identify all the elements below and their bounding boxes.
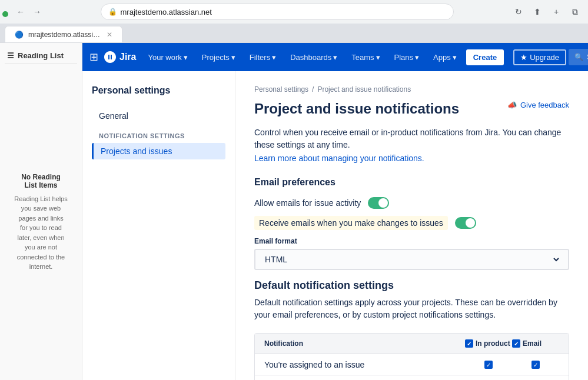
tab-close-button[interactable]: ✕ xyxy=(107,31,112,39)
allow-emails-row: Allow emails for issue activity xyxy=(254,197,569,209)
nav-projects[interactable]: Projects ▾ xyxy=(197,49,240,65)
nav-plans[interactable]: Plans ▾ xyxy=(390,49,424,65)
reading-list-title: Reading List xyxy=(18,51,64,60)
jira-logo[interactable]: Jira xyxy=(103,50,136,64)
tab-title: mrajtestdemo.atlassian.net xyxy=(28,31,102,39)
jira-wordmark: Jira xyxy=(119,52,136,62)
page-content: Personal settings / Project and issue no… xyxy=(235,71,588,380)
status-dot xyxy=(2,11,8,17)
create-button[interactable]: Create xyxy=(466,49,504,65)
url-text: mrajtestdemo.atlassian.net xyxy=(121,8,212,16)
in-product-cell xyxy=(465,361,512,369)
nav-apps[interactable]: Apps ▾ xyxy=(428,49,461,65)
empty-description: Reading List helps you save web pages an… xyxy=(14,194,68,272)
feedback-button[interactable]: 📣 Give feedback xyxy=(507,101,569,109)
chevron-down-icon: ▾ xyxy=(231,53,235,62)
nav-your-work[interactable]: Your work ▾ xyxy=(143,49,192,65)
email-format-group: Email format HTML Plain text xyxy=(254,237,569,270)
url-bar[interactable]: 🔒 mrajtestdemo.atlassian.net xyxy=(101,4,454,20)
notification-table: Notification In product Email Y xyxy=(254,333,569,380)
email-cell xyxy=(512,361,559,369)
email-format-select[interactable]: HTML Plain text xyxy=(254,249,569,270)
email-format-dropdown[interactable]: HTML Plain text xyxy=(263,254,561,265)
learn-more-link[interactable]: Learn more about managing your notificat… xyxy=(254,154,424,163)
breadcrumb: Personal settings / Project and issue no… xyxy=(254,85,569,94)
table-header: Notification In product Email xyxy=(255,334,569,354)
col-header-email: Email xyxy=(512,339,559,348)
reading-list-empty: No Reading List Items Reading List helps… xyxy=(5,69,77,375)
left-sidebar: Personal settings General NOTIFICATION S… xyxy=(82,71,235,380)
extensions-button[interactable]: ⧉ xyxy=(567,4,583,20)
empty-title: No Reading List Items xyxy=(14,173,68,189)
reading-list-header: ☰ Reading List xyxy=(5,48,77,64)
reading-list-panel: ☰ Reading List No Reading List Items Rea… xyxy=(0,43,82,380)
sidebar-item-projects-issues[interactable]: Projects and issues xyxy=(92,143,225,159)
nav-right: ★ Upgrade 🔍 Search 🔔 ? ⚙ M xyxy=(513,49,588,65)
star-icon: ★ xyxy=(520,53,527,62)
grid-icon[interactable]: ⊞ xyxy=(89,51,98,64)
in-product-header-checkbox[interactable] xyxy=(465,339,473,348)
browser-toolbar: ← → 🔒 mrajtestdemo.atlassian.net ↻ ⬆ + ⧉ xyxy=(0,0,588,24)
email-format-label: Email format xyxy=(254,237,569,245)
breadcrumb-separator: / xyxy=(312,85,314,94)
nav-teams[interactable]: Teams ▾ xyxy=(347,49,384,65)
receive-emails-row: Receive emails when you make changes to … xyxy=(254,216,569,230)
receive-emails-toggle[interactable] xyxy=(455,217,476,229)
table-row: You're assigned to an issue xyxy=(255,354,569,376)
new-tab-button[interactable]: + xyxy=(548,4,564,20)
default-notif-description: Default notification settings apply acro… xyxy=(254,296,569,321)
email-checkbox[interactable] xyxy=(531,361,540,369)
in-product-checkbox[interactable] xyxy=(484,361,493,369)
browser-actions: ↻ ⬆ + ⧉ xyxy=(510,4,583,20)
upgrade-button[interactable]: ★ Upgrade xyxy=(513,49,566,65)
page-description: Control when you receive email or in-pro… xyxy=(254,126,569,151)
page-header: Project and issue notifications 📣 Give f… xyxy=(254,101,569,117)
breadcrumb-personal-settings[interactable]: Personal settings xyxy=(254,85,308,94)
active-tab[interactable]: 🔵 mrajtestdemo.atlassian.net ✕ xyxy=(5,26,122,42)
col-header-notification: Notification xyxy=(264,339,465,348)
jira-logo-svg xyxy=(103,50,117,64)
nav-filters[interactable]: Filters ▾ xyxy=(245,49,281,65)
tab-bar: 🔵 mrajtestdemo.atlassian.net ✕ xyxy=(0,24,588,42)
chevron-down-icon: ▾ xyxy=(333,53,337,62)
chevron-down-icon: ▾ xyxy=(376,53,380,62)
page-title: Project and issue notifications xyxy=(254,101,459,117)
receive-emails-label: Receive emails when you make changes to … xyxy=(254,216,448,230)
share-button[interactable]: ⬆ xyxy=(529,4,546,20)
search-bar[interactable]: 🔍 Search xyxy=(569,49,588,65)
notif-label: You're assigned to an issue xyxy=(264,360,465,369)
back-button[interactable]: ← xyxy=(14,5,27,18)
allow-emails-toggle[interactable] xyxy=(368,197,389,209)
email-preferences-title: Email preferences xyxy=(254,177,569,188)
sidebar-title: Personal settings xyxy=(92,85,225,96)
forward-button[interactable]: → xyxy=(31,5,44,18)
nav-dashboards[interactable]: Dashboards ▾ xyxy=(285,49,342,65)
reading-list-icon: ☰ xyxy=(7,51,14,60)
refresh-button[interactable]: ↻ xyxy=(510,4,527,20)
email-header-checkbox[interactable] xyxy=(512,339,520,348)
jira-navbar: ⊞ Jira Your work ▾ Projects ▾ Filters ▾ … xyxy=(82,43,588,71)
tab-favicon: 🔵 xyxy=(15,31,24,39)
table-row: You're mentioned on an issue xyxy=(255,376,569,380)
default-notif-title: Default notification settings xyxy=(254,279,569,292)
megaphone-icon: 📣 xyxy=(507,101,517,109)
notification-settings-header: NOTIFICATION SETTINGS xyxy=(92,125,225,143)
breadcrumb-current: Project and issue notifications xyxy=(317,85,411,94)
chevron-down-icon: ▾ xyxy=(415,53,419,62)
chevron-down-icon: ▾ xyxy=(272,53,276,62)
allow-emails-label: Allow emails for issue activity xyxy=(254,198,361,208)
chevron-down-icon: ▾ xyxy=(453,53,457,62)
chevron-down-icon: ▾ xyxy=(184,53,188,62)
lock-icon: 🔒 xyxy=(108,8,117,16)
search-icon: 🔍 xyxy=(574,53,583,61)
col-header-in-product: In product xyxy=(465,339,512,348)
sidebar-item-general[interactable]: General xyxy=(92,108,225,124)
